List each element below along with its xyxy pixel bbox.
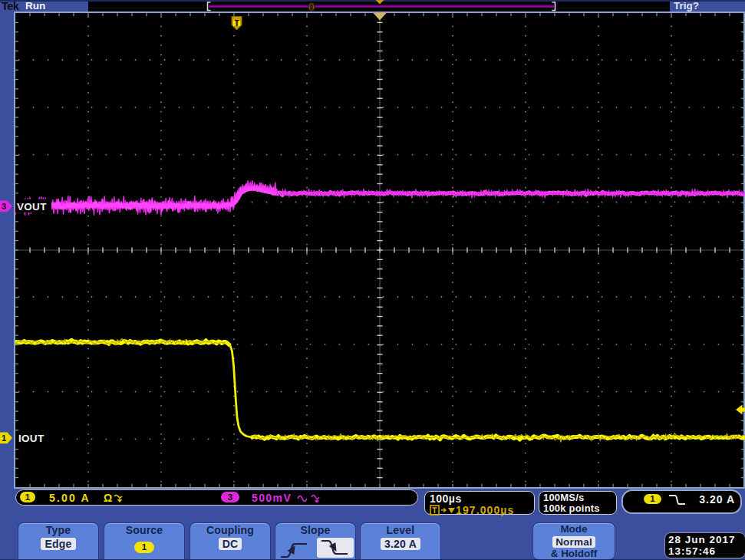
svg-text:VOUT: VOUT: [17, 201, 47, 212]
svg-text:3: 3: [2, 202, 6, 211]
svg-text:T: T: [234, 18, 239, 28]
svg-text:1: 1: [2, 433, 6, 443]
svg-text:IOUT: IOUT: [18, 433, 45, 444]
